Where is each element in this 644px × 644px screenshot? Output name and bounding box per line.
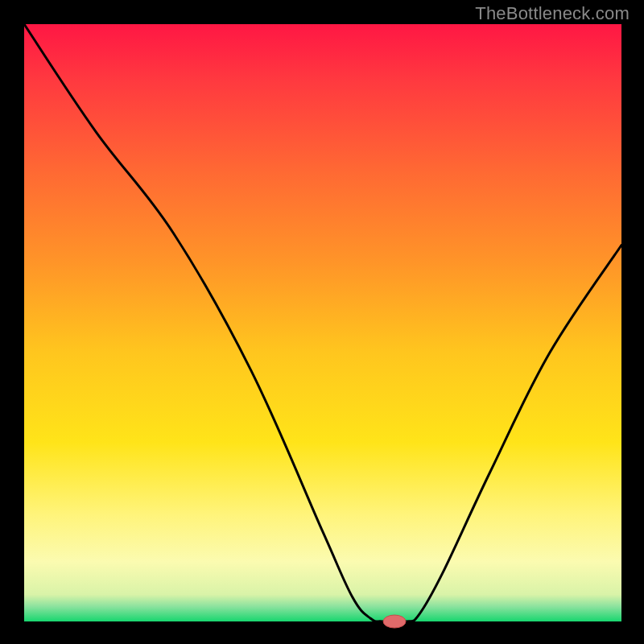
watermark-text: TheBottleneck.com xyxy=(475,3,630,24)
chart-frame: { "watermark": "TheBottleneck.com", "cha… xyxy=(0,0,644,644)
optimal-point-marker xyxy=(383,615,406,628)
bottleneck-chart xyxy=(0,0,644,644)
